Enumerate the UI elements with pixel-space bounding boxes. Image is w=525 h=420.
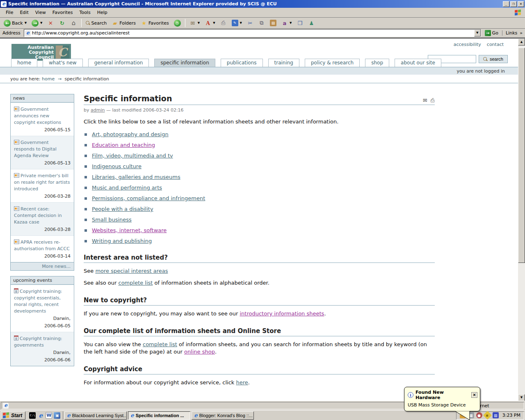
tab-policy-research[interactable]: policy & research	[305, 59, 360, 67]
address-input[interactable]: e http://www.copyright.org.au/specialint…	[24, 29, 481, 37]
interest-link[interactable]: Permissions, compliance and infringement	[92, 195, 205, 201]
back-dropdown-icon[interactable]: ▼	[25, 21, 27, 25]
menu-view[interactable]: View	[32, 9, 49, 16]
interest-link[interactable]: People with a disability	[92, 206, 153, 212]
menu-help[interactable]: Help	[94, 9, 111, 16]
tab-specific-information[interactable]: specific information	[154, 59, 215, 67]
interest-link[interactable]: Libraries, galleries and museums	[92, 174, 180, 180]
display-icon[interactable]: ▥	[493, 412, 499, 418]
breadcrumb-home-link[interactable]: home	[42, 76, 55, 82]
back-button[interactable]: ← Back ▼	[2, 18, 29, 28]
tab-shop[interactable]: shop	[365, 59, 389, 67]
mail-button[interactable]: ✉▼	[187, 18, 202, 28]
interest-link[interactable]: Websites, internet, software	[92, 227, 167, 233]
interest-link[interactable]: Art, photography and design	[92, 131, 169, 137]
scroll-up-icon[interactable]: ▲	[518, 39, 525, 46]
tab-about-our-site[interactable]: about our site	[395, 59, 441, 67]
research-button[interactable]: ❒	[294, 18, 305, 28]
folders-button[interactable]: ▰ Folders	[110, 18, 138, 28]
forward-button[interactable]: → ▼	[30, 18, 44, 28]
word-icon[interactable]: W	[46, 412, 52, 419]
balloon-close-icon[interactable]: ✕	[471, 392, 477, 398]
interest-link[interactable]: Film, video, multimedia and tv	[92, 153, 173, 159]
font-button[interactable]: A▼	[203, 18, 217, 28]
site-logo[interactable]: Australian Copyright Council C	[11, 44, 71, 61]
history-button[interactable]: ◷	[172, 18, 183, 28]
close-button[interactable]: ✕	[518, 1, 524, 7]
antivirus-icon[interactable]: ◆	[483, 411, 492, 420]
web-page: accessibility contact Australian Copyrig…	[0, 39, 518, 401]
task-button-blackboard[interactable]: e Blackboard Learning Syst...	[64, 411, 127, 420]
menu-favorites[interactable]: Favorites	[49, 9, 76, 16]
event-link[interactable]: Copyright training: governments	[14, 336, 62, 348]
news-link[interactable]: Private member's bill on resale right fo…	[14, 173, 70, 192]
event-link[interactable]: Copyright training: copyright essentials…	[14, 289, 62, 314]
complete-list-link[interactable]: complete list	[119, 280, 153, 286]
menu-edit[interactable]: Edit	[16, 9, 32, 16]
ie-quicklaunch-icon[interactable]: e	[37, 412, 44, 419]
start-button[interactable]: Start	[1, 411, 25, 420]
tab-publications[interactable]: publications	[221, 59, 263, 67]
event-date: 2006-06-06	[14, 357, 71, 363]
here-link[interactable]: here	[236, 379, 248, 386]
event-date: 2006-06-05	[14, 323, 71, 329]
messenger-button[interactable]: ♟	[306, 18, 317, 28]
vertical-scrollbar[interactable]: ▲ ▼	[518, 39, 525, 401]
menu-file[interactable]: File	[2, 9, 16, 16]
paste-button[interactable]: ▤	[268, 18, 278, 28]
refresh-button[interactable]: ↻	[57, 18, 68, 28]
scrollbar-thumb[interactable]	[518, 48, 525, 263]
home-icon: ⌂	[71, 20, 77, 26]
task-button-blogger[interactable]: e Blogger: Konrad's Blog ::...	[192, 411, 254, 420]
address-url[interactable]: http://www.copyright.org.au/specialinter…	[32, 30, 473, 36]
bullet-icon	[84, 240, 87, 242]
print-page-icon[interactable]: ⎙	[431, 97, 435, 104]
copy-button[interactable]: ⧉	[256, 18, 267, 28]
tab-whats-new[interactable]: what's new	[43, 59, 83, 67]
online-shop-link[interactable]: online shop	[184, 349, 215, 355]
menu-tools[interactable]: Tools	[76, 9, 94, 16]
news-link[interactable]: APRA receives re-authorisation from ACCC	[14, 240, 70, 251]
edit-button[interactable]: ✎▼	[230, 18, 244, 28]
task-button-specific-information[interactable]: e Specific information ...	[128, 411, 190, 420]
print-button[interactable]: ⎙	[218, 18, 229, 28]
interest-link[interactable]: Small business	[92, 217, 132, 223]
interest-link[interactable]: Writing and publishing	[92, 238, 152, 244]
stop-button[interactable]: ✕	[46, 18, 56, 28]
more-interest-areas-link[interactable]: more special interest areas	[95, 268, 168, 274]
tab-general-information[interactable]: general information	[88, 59, 149, 67]
tab-training[interactable]: training	[268, 59, 300, 67]
accessibility-link[interactable]: accessibility	[454, 42, 481, 47]
search-button[interactable]: Search	[84, 18, 109, 28]
taskbar-clock[interactable]: 3:23 PM	[501, 413, 520, 418]
tab-home[interactable]: home	[11, 59, 37, 67]
interest-links-list: Art, photography and design Education an…	[84, 131, 435, 244]
scroll-down-icon[interactable]: ▼	[518, 394, 525, 401]
complete-list-link[interactable]: complete list	[143, 341, 177, 347]
translate-button[interactable]: a▼	[279, 18, 294, 28]
forward-dropdown-icon[interactable]: ▼	[40, 21, 42, 25]
more-news-link[interactable]: More news...	[42, 264, 71, 269]
maximize-button[interactable]: ❐	[510, 1, 517, 7]
author-link[interactable]: admin	[91, 107, 105, 113]
go-button[interactable]: → Go	[483, 30, 500, 37]
news-link[interactable]: Government responds to Digital Agenda Re…	[14, 140, 57, 158]
news-item: APRA receives re-authorisation from ACCC…	[11, 235, 74, 262]
minimize-button[interactable]: _	[503, 1, 509, 7]
interest-link[interactable]: Music and performing arts	[92, 185, 162, 191]
address-dropdown-icon[interactable]: ▼	[474, 30, 481, 37]
send-email-icon[interactable]: ✉	[423, 97, 427, 104]
news-link[interactable]: Government announces new copyright excep…	[14, 107, 61, 125]
news-link[interactable]: Recent case: Contempt decision in Kazaa …	[14, 206, 62, 225]
cut-button[interactable]: ✂	[245, 18, 256, 28]
contact-link[interactable]: contact	[487, 42, 504, 47]
favorites-button[interactable]: ★ Favorites	[139, 18, 171, 28]
app-icon[interactable]: ▣	[54, 412, 60, 419]
interest-link[interactable]: Education and teaching	[92, 142, 155, 148]
home-button[interactable]: ⌂	[68, 18, 79, 28]
introductory-sheets-link[interactable]: introductory information sheets	[240, 310, 324, 317]
links-toolbar[interactable]: Links »	[502, 30, 524, 36]
interest-link[interactable]: Indigenous culture	[92, 163, 142, 169]
cmd-icon[interactable]: C:\	[29, 412, 36, 419]
status-icon[interactable]: ●	[476, 412, 482, 418]
